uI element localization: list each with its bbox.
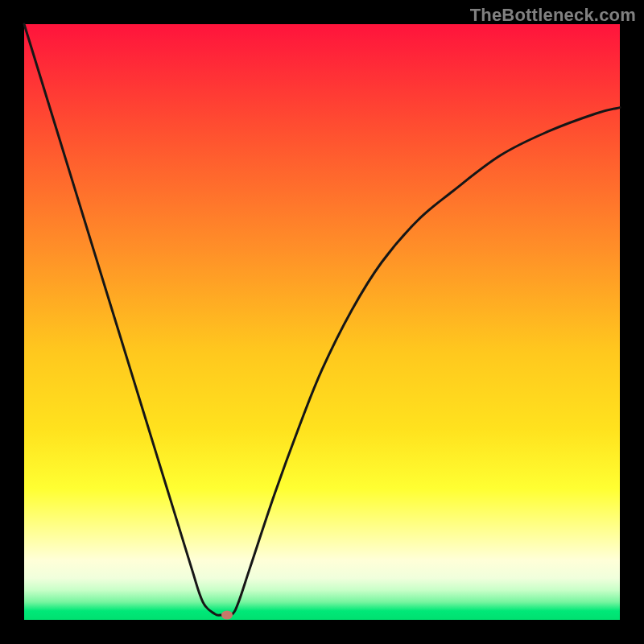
watermark-text: TheBottleneck.com: [470, 5, 636, 26]
curve-svg: [24, 24, 620, 620]
plot-area: [24, 24, 620, 620]
chart-frame: TheBottleneck.com: [0, 0, 644, 644]
bottleneck-curve: [24, 24, 620, 615]
minimum-marker: [221, 611, 233, 620]
